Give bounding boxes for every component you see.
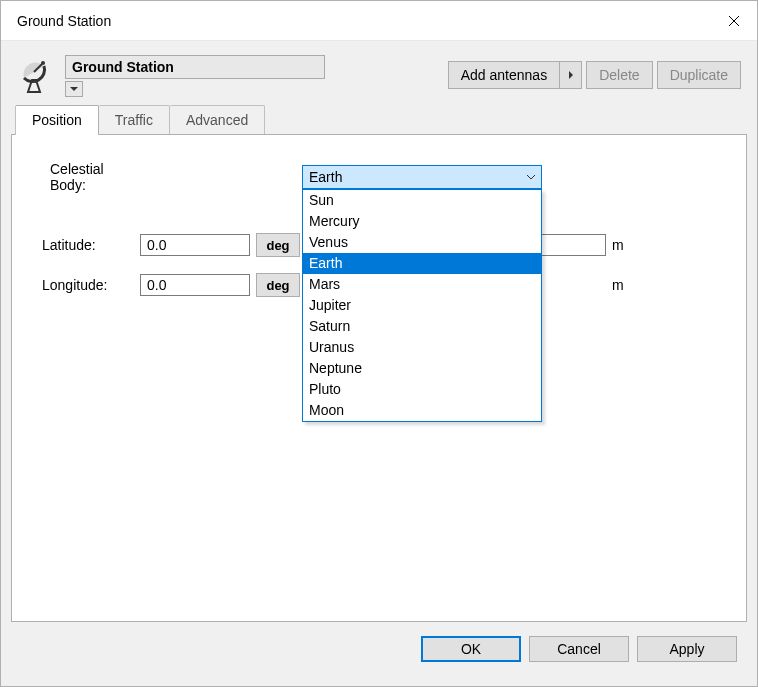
toolbar-buttons: Add antennas Delete Duplicate (448, 61, 741, 89)
latitude-label: Latitude: (42, 237, 142, 253)
celestial-option-saturn[interactable]: Saturn (303, 316, 541, 337)
celestial-option-sun[interactable]: Sun (303, 190, 541, 211)
celestial-option-earth[interactable]: Earth (303, 253, 541, 274)
row-celestial-body: Celestial Body: Earth SunMercuryVenusEar… (42, 161, 716, 193)
window-title: Ground Station (17, 13, 111, 29)
svg-marker-4 (70, 87, 78, 91)
right1-unit: m (612, 237, 632, 253)
longitude-unit-button[interactable]: deg (256, 273, 300, 297)
celestial-option-neptune[interactable]: Neptune (303, 358, 541, 379)
celestial-body-label: Celestial Body: (42, 161, 142, 193)
longitude-label: Longitude: (42, 277, 142, 293)
celestial-option-moon[interactable]: Moon (303, 400, 541, 421)
celestial-body-select-wrap: Earth SunMercuryVenusEarthMarsJupiterSat… (302, 165, 542, 189)
tab-strip: Position Traffic Advanced (15, 105, 747, 134)
chevron-down-icon (527, 173, 535, 181)
celestial-body-selected-value: Earth (309, 169, 342, 185)
longitude-input[interactable] (140, 274, 250, 296)
ground-station-icon (17, 57, 57, 97)
delete-button[interactable]: Delete (586, 61, 652, 89)
celestial-option-pluto[interactable]: Pluto (303, 379, 541, 400)
tab-advanced[interactable]: Advanced (170, 105, 265, 134)
add-antennas-split-button: Add antennas (448, 61, 582, 89)
name-block (65, 55, 325, 97)
header-row: Add antennas Delete Duplicate (11, 55, 747, 97)
duplicate-button[interactable]: Duplicate (657, 61, 741, 89)
celestial-option-mars[interactable]: Mars (303, 274, 541, 295)
celestial-option-mercury[interactable]: Mercury (303, 211, 541, 232)
celestial-option-jupiter[interactable]: Jupiter (303, 295, 541, 316)
celestial-option-venus[interactable]: Venus (303, 232, 541, 253)
celestial-option-uranus[interactable]: Uranus (303, 337, 541, 358)
celestial-body-select[interactable]: Earth (302, 165, 542, 189)
tab-traffic[interactable]: Traffic (99, 105, 170, 134)
latitude-unit-button[interactable]: deg (256, 233, 300, 257)
chevron-right-icon (567, 71, 575, 79)
ok-button[interactable]: OK (421, 636, 521, 662)
window-close-button[interactable] (711, 1, 757, 41)
apply-button[interactable]: Apply (637, 636, 737, 662)
dialog-footer: OK Cancel Apply (11, 622, 747, 676)
close-icon (728, 15, 740, 27)
dialog-window: Ground Station (0, 0, 758, 687)
dialog-body: Add antennas Delete Duplicate Position T… (1, 41, 757, 686)
svg-marker-5 (569, 71, 573, 79)
name-history-button[interactable] (65, 81, 83, 97)
tab-panel-position: Celestial Body: Earth SunMercuryVenusEar… (11, 134, 747, 622)
cancel-button[interactable]: Cancel (529, 636, 629, 662)
titlebar: Ground Station (1, 1, 757, 41)
right2-unit: m (612, 277, 632, 293)
add-antennas-button[interactable]: Add antennas (448, 61, 560, 89)
chevron-down-icon (70, 85, 78, 93)
svg-point-3 (41, 61, 45, 65)
tab-position[interactable]: Position (15, 105, 99, 135)
add-antennas-dropdown-button[interactable] (560, 61, 582, 89)
station-name-input[interactable] (65, 55, 325, 79)
latitude-input[interactable] (140, 234, 250, 256)
celestial-body-dropdown-list: SunMercuryVenusEarthMarsJupiterSaturnUra… (302, 189, 542, 422)
